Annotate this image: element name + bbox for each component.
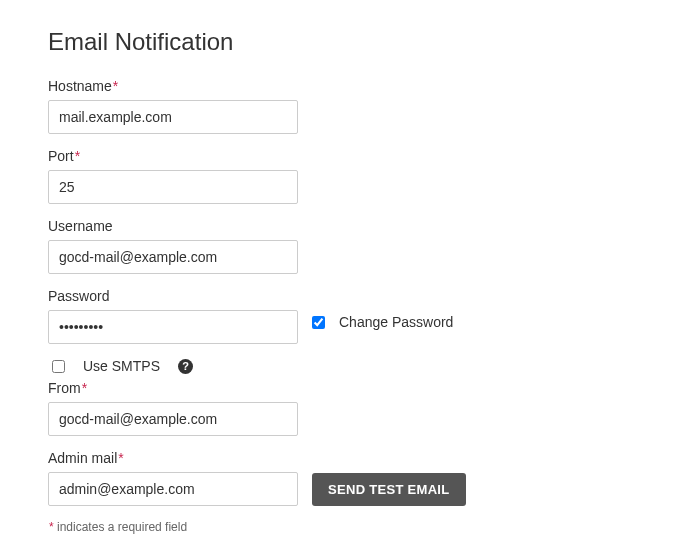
change-password-label: Change Password	[339, 314, 453, 330]
port-input[interactable]	[48, 170, 298, 204]
required-marker: *	[49, 520, 54, 534]
change-password-checkbox[interactable]	[312, 316, 325, 329]
required-marker: *	[75, 148, 80, 164]
from-input[interactable]	[48, 402, 298, 436]
required-marker: *	[113, 78, 118, 94]
hostname-label-text: Hostname	[48, 78, 112, 94]
password-input[interactable]	[48, 310, 298, 344]
from-label-text: From	[48, 380, 81, 396]
help-icon[interactable]: ?	[178, 359, 193, 374]
port-label: Port*	[48, 148, 641, 164]
required-marker: *	[82, 380, 87, 396]
password-label: Password	[48, 288, 641, 304]
use-smtps-label: Use SMTPS	[83, 358, 160, 374]
admin-mail-label-text: Admin mail	[48, 450, 117, 466]
footnote-text: indicates a required field	[57, 520, 187, 534]
required-marker: *	[118, 450, 123, 466]
hostname-label: Hostname*	[48, 78, 641, 94]
username-label-text: Username	[48, 218, 113, 234]
send-test-email-button[interactable]: SEND TEST EMAIL	[312, 473, 466, 506]
required-footnote: * indicates a required field	[48, 520, 641, 534]
password-label-text: Password	[48, 288, 109, 304]
page-title: Email Notification	[48, 28, 641, 56]
hostname-input[interactable]	[48, 100, 298, 134]
from-label: From*	[48, 380, 641, 396]
port-label-text: Port	[48, 148, 74, 164]
use-smtps-checkbox[interactable]	[52, 360, 65, 373]
username-label: Username	[48, 218, 641, 234]
username-input[interactable]	[48, 240, 298, 274]
admin-mail-input[interactable]	[48, 472, 298, 506]
admin-mail-label: Admin mail*	[48, 450, 641, 466]
